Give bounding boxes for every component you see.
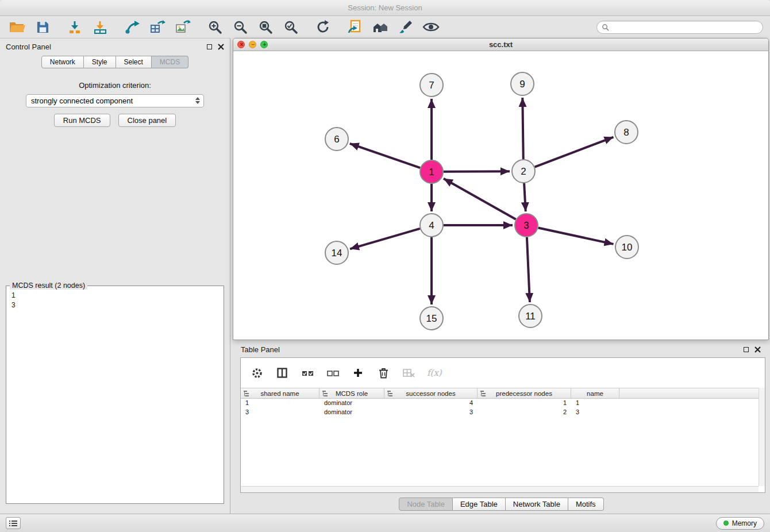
tab-node-table[interactable]: Node Table [399,498,453,511]
function-builder-icon[interactable]: f(x) [427,366,442,380]
tab-style[interactable]: Style [84,56,116,68]
create-column-icon[interactable] [351,366,365,380]
control-panel: Control Panel Network Style Select MCDS … [0,38,230,514]
optimization-criterion-select[interactable]: strongly connected component [26,94,204,107]
table-cell[interactable]: 4 [384,399,478,408]
apply-style-icon[interactable] [395,18,416,36]
sort-icon [480,391,486,396]
float-table-panel-icon[interactable] [744,347,749,352]
refresh-layout-icon[interactable] [313,18,333,36]
table-toolbar: f(x) [241,358,765,388]
sort-icon [322,391,328,396]
tab-mcds[interactable]: MCDS [152,56,188,68]
search-box[interactable] [596,21,763,34]
close-window-icon[interactable] [237,41,245,48]
maximize-window-icon[interactable] [260,41,268,48]
column-header-predecessor-nodes[interactable]: predecessor nodes [478,388,571,398]
open-file-icon[interactable] [7,18,28,36]
unselect-all-columns-icon[interactable] [326,366,340,380]
table-cell[interactable]: 1 [478,399,571,408]
select-all-columns-icon[interactable] [301,366,314,380]
optimization-criterion-label: Optimization criterion: [0,81,230,90]
column-header-successor-nodes[interactable]: successor nodes [384,388,478,398]
zoom-selected-icon[interactable] [280,18,301,36]
home-icon[interactable] [370,18,391,36]
delete-column-icon[interactable] [376,366,390,380]
network-canvas[interactable]: 7968124314101511 [233,51,768,340]
table-cell-filler [619,408,765,417]
import-network-icon[interactable] [64,18,85,36]
task-list-icon [9,520,17,527]
run-mcds-button[interactable]: Run MCDS [54,114,110,127]
table-cell-filler [619,399,765,408]
selected-option: strongly connected component [31,97,133,105]
node-table-body: 1dominator4113dominator323 [241,399,765,417]
search-icon [602,24,609,31]
table-cell[interactable]: 2 [478,408,571,417]
network-window-title: scc.txt [489,40,513,49]
graph-edge-2-8[interactable] [535,137,614,167]
show-columns-icon[interactable] [275,366,289,380]
zoom-fit-icon[interactable] [255,18,276,36]
import-table-icon[interactable] [90,18,110,36]
memory-status-icon [723,521,729,526]
table-row[interactable]: 1dominator411 [241,399,765,408]
close-table-panel-icon[interactable] [754,346,761,353]
graph-node-label: 9 [519,79,525,90]
table-cell[interactable]: 3 [241,408,319,417]
mcds-result-list[interactable]: 1 3 [6,286,224,315]
table-header-row: shared name MCDS role successor nodes pr… [241,388,765,399]
table-cell[interactable]: 1 [571,399,619,408]
close-panel-icon[interactable] [218,44,224,50]
column-header-mcds-role[interactable]: MCDS role [319,388,384,398]
close-panel-button[interactable]: Close panel [118,114,176,127]
graph-node-label: 15 [426,313,437,324]
column-header-shared-name[interactable]: shared name [241,388,319,398]
tab-select[interactable]: Select [116,56,152,68]
table-panel: Table Panel [233,342,770,512]
zoom-in-icon[interactable] [205,18,225,36]
graph-edge-2-9[interactable] [522,98,523,159]
network-window-titlebar[interactable]: scc.txt [233,38,768,51]
graph-edge-2-3[interactable] [524,183,526,211]
clear-table-icon[interactable] [402,366,415,380]
table-cell[interactable]: 3 [571,408,619,417]
float-panel-icon[interactable] [207,44,212,49]
graph-edge-3-11[interactable] [527,237,530,302]
graph-node-label: 6 [334,134,339,145]
tab-network-table[interactable]: Network Table [506,498,568,511]
column-header-name[interactable]: name [571,388,619,398]
table-cell[interactable]: 1 [241,399,319,408]
graph-edge-1-6[interactable] [350,144,420,168]
graph-edge-1-2[interactable] [444,171,510,172]
zoom-out-icon[interactable] [230,18,251,36]
table-cell[interactable]: dominator [319,408,384,417]
show-hide-icon[interactable] [421,18,441,36]
memory-button[interactable]: Memory [716,517,764,530]
tab-network[interactable]: Network [41,56,84,68]
export-table-icon[interactable] [147,18,168,36]
minimize-window-icon[interactable] [249,41,256,48]
save-session-icon[interactable] [32,18,53,36]
window-titlebar[interactable]: Session: New Session [0,0,770,16]
graph-node-label: 8 [623,127,629,138]
table-vertical-scrollbar[interactable] [759,388,765,486]
graph-edge-3-10[interactable] [538,228,614,244]
export-image-icon[interactable] [172,18,193,36]
main-toolbar [0,16,770,38]
tab-edge-table[interactable]: Edge Table [453,498,506,511]
table-cell[interactable]: 3 [384,408,478,417]
tab-motifs[interactable]: Motifs [568,498,604,511]
graph-node-label: 14 [332,248,342,259]
table-cell[interactable]: dominator [319,399,384,408]
table-horizontal-scrollbar[interactable] [241,486,759,492]
table-settings-gear-icon[interactable] [250,366,264,380]
table-row[interactable]: 3dominator323 [241,408,765,417]
search-input[interactable] [612,23,758,31]
new-network-icon[interactable] [122,18,143,36]
graph-edge-4-14[interactable] [350,229,420,249]
clipboard-share-icon[interactable] [345,18,365,36]
graph-edge-3-1[interactable] [444,179,516,219]
task-history-button[interactable] [6,517,21,529]
sort-icon [244,391,249,396]
